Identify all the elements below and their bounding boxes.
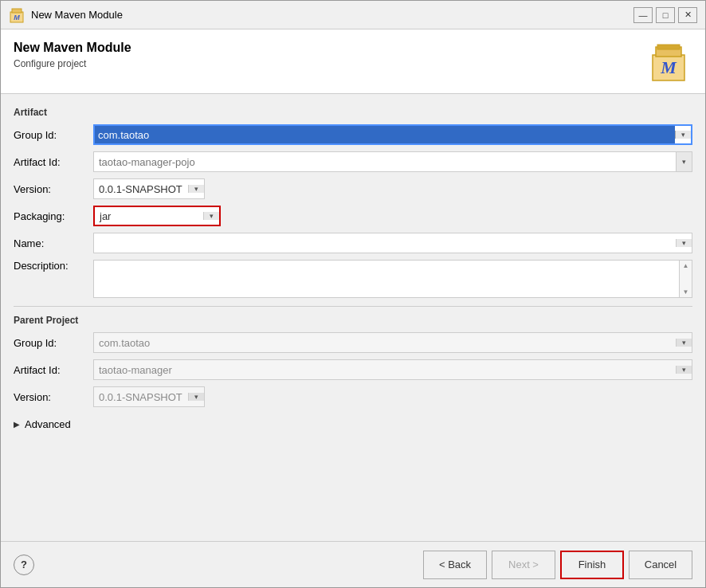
parent-version-value: 0.0.1-SNAPSHOT	[94, 391, 188, 403]
page-title: New Maven Module	[14, 41, 131, 55]
version-control: 0.0.1-SNAPSHOT ▾	[93, 178, 692, 199]
parent-version-input[interactable]: 0.0.1-SNAPSHOT ▾	[93, 386, 205, 407]
version-select-wrap: 0.0.1-SNAPSHOT ▾	[93, 178, 205, 199]
name-row: Name: ▾	[14, 233, 692, 253]
svg-text:M: M	[660, 57, 677, 77]
footer-left: ?	[14, 555, 34, 575]
groupid-selected-text[interactable]: com.taotao	[95, 126, 675, 143]
parent-project-section-title: Parent Project	[14, 315, 692, 326]
artifactid-control: ▾	[93, 151, 692, 172]
advanced-label: Advanced	[25, 418, 71, 430]
parent-groupid-label: Group Id:	[14, 337, 93, 349]
groupid-control: com.taotao ▾	[93, 124, 692, 145]
parent-artifactid-dropdown-arrow[interactable]: ▾	[676, 366, 692, 374]
svg-text:M: M	[14, 14, 20, 22]
name-input-wrap[interactable]: ▾	[93, 233, 692, 253]
parent-groupid-input: com.taotao ▾	[93, 332, 692, 353]
version-value: 0.0.1-SNAPSHOT	[94, 183, 188, 195]
description-control: ▲ ▼	[93, 260, 692, 298]
help-button[interactable]: ?	[14, 555, 34, 575]
artifactid-input-wrap[interactable]: ▾	[93, 151, 692, 172]
packaging-value: jar	[95, 210, 203, 222]
parent-artifactid-control: taotao-manager ▾	[93, 359, 692, 380]
version-input[interactable]: 0.0.1-SNAPSHOT ▾	[93, 178, 205, 199]
description-label: Description:	[14, 260, 93, 272]
packaging-select[interactable]: jar ▾	[93, 206, 221, 226]
title-bar-text: New Maven Module	[31, 9, 123, 21]
name-input[interactable]	[94, 236, 676, 251]
description-textarea[interactable]	[94, 261, 679, 297]
groupid-label: Group Id:	[14, 129, 93, 141]
groupid-dropdown-arrow[interactable]: ▾	[675, 131, 691, 139]
close-button[interactable]: ✕	[678, 7, 697, 23]
version-row: Version: 0.0.1-SNAPSHOT ▾	[14, 178, 692, 199]
content: Artifact Group Id: com.taotao ▾ Artifact…	[1, 94, 705, 541]
title-bar-controls: — □ ✕	[633, 7, 697, 23]
title-bar: M New Maven Module — □ ✕	[1, 1, 705, 29]
maven-icon-svg: M	[648, 41, 692, 85]
parent-version-dropdown-arrow[interactable]: ▾	[188, 393, 204, 401]
version-dropdown-arrow[interactable]: ▾	[188, 185, 204, 193]
version-label: Version:	[14, 183, 93, 195]
maximize-button[interactable]: □	[656, 7, 675, 23]
header: New Maven Module Configure project M	[1, 29, 705, 94]
svg-rect-1	[12, 9, 22, 13]
artifactid-input[interactable]	[94, 152, 676, 171]
parent-groupid-control: com.taotao ▾	[93, 332, 692, 353]
cancel-button[interactable]: Cancel	[629, 551, 692, 579]
advanced-section[interactable]: ▶ Advanced	[14, 414, 692, 435]
name-control: ▾	[93, 233, 692, 253]
header-text: New Maven Module Configure project	[14, 41, 131, 69]
parent-groupid-dropdown-arrow[interactable]: ▾	[676, 339, 692, 347]
description-wrap: ▲ ▼	[93, 260, 692, 298]
artifactid-label: Artifact Id:	[14, 156, 93, 168]
name-label: Name:	[14, 237, 93, 249]
title-bar-left: M New Maven Module	[9, 7, 123, 23]
packaging-dropdown-arrow[interactable]: ▾	[203, 212, 219, 220]
artifactid-dropdown-arrow[interactable]: ▾	[676, 152, 692, 171]
packaging-control: jar ▾	[93, 206, 692, 226]
advanced-triangle-icon: ▶	[14, 420, 20, 429]
packaging-row: Packaging: jar ▾	[14, 206, 692, 226]
parent-groupid-value: com.taotao	[94, 337, 676, 349]
parent-artifactid-label: Artifact Id:	[14, 364, 93, 376]
parent-artifactid-input: taotao-manager ▾	[93, 359, 692, 380]
name-dropdown-arrow[interactable]: ▾	[676, 239, 692, 247]
scroll-up-icon[interactable]: ▲	[683, 262, 689, 269]
description-row: Description: ▲ ▼	[14, 260, 692, 298]
divider-1	[14, 306, 692, 307]
parent-version-control: 0.0.1-SNAPSHOT ▾	[93, 386, 692, 407]
groupid-row: Group Id: com.taotao ▾	[14, 124, 692, 145]
artifact-section-title: Artifact	[14, 107, 692, 118]
minimize-button[interactable]: —	[633, 7, 653, 23]
footer: ? < Back Next > Finish Cancel	[1, 541, 705, 587]
maven-title-icon: M	[9, 7, 25, 23]
parent-version-row: Version: 0.0.1-SNAPSHOT ▾	[14, 386, 692, 407]
parent-version-label: Version:	[14, 391, 93, 403]
parent-artifactid-value: taotao-manager	[94, 364, 676, 376]
next-button[interactable]: Next >	[492, 551, 555, 579]
groupid-input[interactable]: com.taotao ▾	[93, 124, 692, 145]
maven-header-icon: M	[648, 41, 692, 85]
back-button[interactable]: < Back	[423, 551, 487, 579]
description-scrollbar[interactable]: ▲ ▼	[679, 261, 692, 297]
parent-artifactid-row: Artifact Id: taotao-manager ▾	[14, 359, 692, 380]
parent-groupid-row: Group Id: com.taotao ▾	[14, 332, 692, 353]
scroll-down-icon[interactable]: ▼	[683, 288, 689, 296]
packaging-label: Packaging:	[14, 210, 93, 222]
finish-button[interactable]: Finish	[560, 551, 624, 579]
footer-right: < Back Next > Finish Cancel	[423, 551, 692, 579]
artifactid-row: Artifact Id: ▾	[14, 151, 692, 172]
parent-version-select-wrap: 0.0.1-SNAPSHOT ▾	[93, 386, 205, 407]
page-subtitle: Configure project	[14, 58, 131, 69]
dialog: M New Maven Module — □ ✕ New Maven Modul…	[0, 0, 706, 588]
svg-rect-5	[657, 45, 680, 49]
